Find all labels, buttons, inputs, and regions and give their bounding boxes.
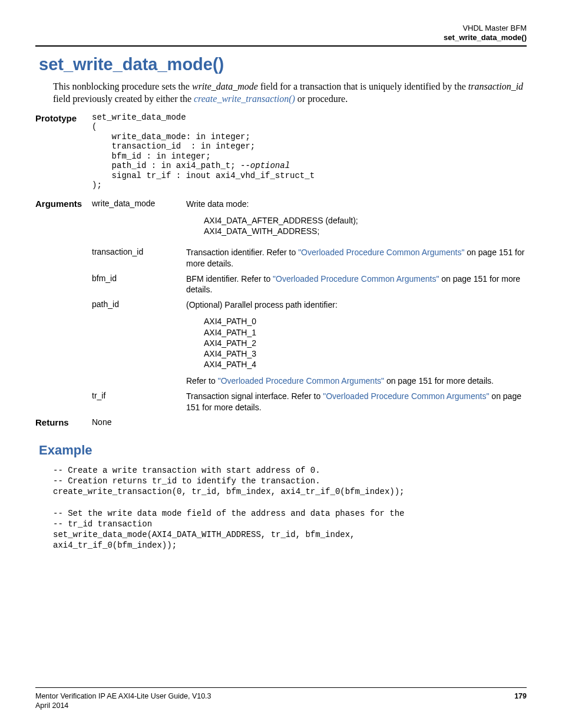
example-heading: Example (39, 443, 527, 458)
arguments-section: Arguments write_data_mode Write data mod… (35, 199, 527, 413)
intro-paragraph: This nonblocking procedure sets the writ… (35, 80, 527, 106)
argument-row: tr_if Transaction signal interface. Refe… (35, 391, 527, 412)
argument-desc-text: (Optional) Parallel process path identif… (186, 300, 338, 309)
prototype-section: Prototype set_write_data_mode ( write_da… (35, 113, 527, 190)
intro-term: transaction_id (468, 81, 523, 91)
argument-link[interactable]: "Overloaded Procedure Common Arguments" (323, 391, 489, 401)
prototype-label: Prototype (35, 113, 92, 123)
argument-row: Arguments write_data_mode Write data mod… (35, 199, 527, 243)
page-header: VHDL Master BFM set_write_data_mode() (35, 24, 527, 43)
argument-name: tr_if (92, 391, 186, 400)
arguments-label: Arguments (35, 199, 92, 209)
argument-desc-text: BFM identifier. Refer to (186, 274, 273, 284)
argument-desc-text: Transaction identifier. Refer to (186, 248, 298, 257)
argument-refer-text: Refer to (186, 376, 218, 386)
returns-row: Returns None (35, 417, 527, 427)
argument-desc: BFM identifier. Refer to "Overloaded Pro… (186, 274, 527, 295)
intro-text: field previously created by either the (53, 94, 194, 104)
argument-name: bfm_id (92, 274, 186, 283)
intro-text: This nonblocking procedure sets the (53, 81, 192, 91)
footer-guide: Mentor Verification IP AE AXI4-Lite User… (35, 691, 211, 701)
footer-date: April 2014 (35, 701, 68, 710)
page-title: set_write_data_mode() (35, 55, 527, 74)
argument-desc: (Optional) Parallel process path identif… (186, 299, 527, 386)
returns-value: None (92, 417, 186, 427)
argument-name: path_id (92, 299, 186, 309)
argument-row: path_id (Optional) Parallel process path… (35, 299, 527, 386)
argument-refer-text: on page 151 for more details. (384, 376, 494, 386)
argument-desc-text: Write data mode: (186, 199, 249, 209)
footer-rule (35, 687, 527, 688)
footer-page: 179 (514, 691, 527, 701)
argument-name: write_data_mode (92, 199, 186, 208)
argument-desc: Write data mode: AXI4_DATA_AFTER_ADDRESS… (186, 199, 527, 243)
argument-row: bfm_id BFM identifier. Refer to "Overloa… (35, 274, 527, 295)
argument-desc: Transaction signal interface. Refer to "… (186, 391, 527, 412)
argument-row: transaction_id Transaction identifier. R… (35, 247, 527, 268)
argument-link[interactable]: "Overloaded Procedure Common Arguments" (273, 274, 439, 284)
argument-desc: Transaction identifier. Refer to "Overlo… (186, 247, 527, 268)
argument-link[interactable]: "Overloaded Procedure Common Arguments" (298, 248, 464, 257)
intro-link-create-write[interactable]: create_write_transaction() (194, 94, 295, 104)
chapter-name: VHDL Master BFM (35, 24, 527, 33)
argument-link[interactable]: "Overloaded Procedure Common Arguments" (218, 376, 384, 386)
page-footer: Mentor Verification IP AE AXI4-Lite User… (35, 685, 527, 711)
argument-values: AXI4_PATH_0 AXI4_PATH_1 AXI4_PATH_2 AXI4… (186, 316, 527, 370)
intro-text: or procedure. (295, 94, 348, 104)
header-rule (35, 45, 527, 47)
intro-term: write_data_mode (192, 81, 258, 91)
returns-label: Returns (35, 417, 92, 427)
topic-name: set_write_data_mode() (35, 33, 527, 42)
argument-values: AXI4_DATA_AFTER_ADDRESS (default); AXI4_… (186, 215, 527, 236)
intro-text: field for a transaction that is uniquely… (258, 81, 468, 91)
example-code: -- Create a write transaction with start… (53, 465, 527, 551)
argument-desc-text: Transaction signal interface. Refer to (186, 391, 323, 401)
prototype-code: set_write_data_mode ( write_data_mode: i… (92, 113, 315, 190)
argument-name: transaction_id (92, 247, 186, 256)
